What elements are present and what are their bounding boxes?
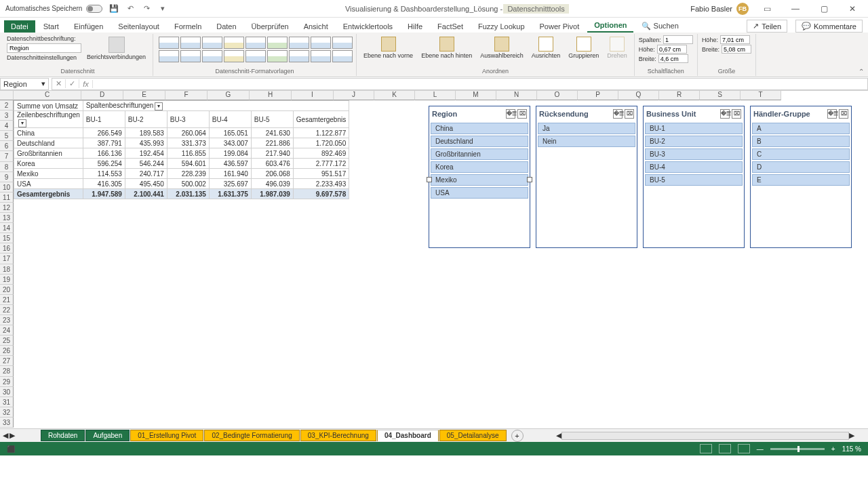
row-header[interactable]: 24 [0, 325, 14, 336]
cell[interactable]: 166.136 [83, 148, 125, 159]
user-account[interactable]: Fabio Basler FB [690, 3, 749, 15]
slicer-item[interactable]: A [752, 123, 850, 134]
cell[interactable]: 266.549 [83, 128, 125, 138]
formula-bar[interactable]: ✕ ✓ fx [52, 78, 868, 90]
multiselect-icon[interactable]: �☰ [613, 109, 623, 119]
row-header[interactable]: 27 [0, 356, 14, 366]
cell[interactable]: 495.450 [125, 179, 167, 189]
row-header[interactable]: 16 [0, 243, 14, 253]
tab-powerpivot[interactable]: Power Pivot [533, 20, 587, 33]
cell[interactable]: 331.373 [167, 138, 209, 148]
clear-filter-icon[interactable]: ⌧ [625, 109, 634, 119]
rows-filter-icon[interactable]: ▾ [18, 119, 26, 127]
slicer[interactable]: Rücksendung�☰⌧JaNein [536, 106, 637, 248]
clear-filter-icon[interactable]: ⌧ [517, 109, 527, 119]
worksheet-grid[interactable]: CDEFGHIJKLMNOPQRST 234567891011121314151… [0, 91, 868, 428]
style-swatch[interactable] [180, 50, 201, 62]
cell[interactable]: 500.002 [167, 179, 209, 189]
row-header[interactable]: 23 [0, 315, 14, 325]
cell[interactable]: 221.886 [251, 138, 293, 148]
new-sheet-button[interactable]: + [511, 430, 524, 442]
tab-fuzzy[interactable]: Fuzzy Lookup [471, 20, 531, 33]
cell[interactable]: 2.233.493 [293, 179, 349, 189]
slicer-item[interactable]: Großbritannien [431, 148, 528, 160]
row-header[interactable]: 26 [0, 346, 14, 356]
row-header[interactable]: 10 [0, 182, 14, 192]
tab-start[interactable]: Start [37, 20, 66, 33]
report-connections-button[interactable]: Berichtsverbindungen [84, 35, 149, 62]
row-header[interactable]: 8 [0, 162, 14, 172]
multiselect-icon[interactable]: �☰ [827, 109, 837, 119]
tab-next-icon[interactable]: ▶ [9, 431, 15, 440]
minimize-icon[interactable]: ― [785, 2, 806, 16]
row-header[interactable]: 3 [0, 110, 14, 121]
col-header[interactable]: L [415, 91, 456, 100]
sheet-tab[interactable]: 01_Erstellung Pivot [130, 430, 203, 441]
style-swatch[interactable] [289, 37, 309, 49]
col-header[interactable]: P [578, 91, 618, 100]
cell[interactable]: 892.469 [293, 148, 349, 159]
sheet-tab[interactable]: 05_Detailanalyse [439, 430, 507, 441]
table-row[interactable]: Großbritannien166.136192.454116.855199.0… [14, 148, 349, 159]
tab-factset[interactable]: FactSet [431, 20, 470, 33]
ds-caption-input[interactable] [7, 43, 81, 53]
table-row[interactable]: USA416.305495.450500.002325.697496.0392.… [14, 179, 349, 189]
slicer-item[interactable]: Korea [431, 161, 528, 173]
row-header[interactable]: 29 [0, 377, 14, 387]
scroll-right-icon[interactable]: ▶ [849, 431, 854, 440]
cell[interactable]: 596.254 [83, 159, 125, 169]
row-header[interactable]: 15 [0, 233, 14, 243]
maximize-icon[interactable]: ▢ [814, 2, 834, 16]
align-button[interactable]: Ausrichten [529, 35, 564, 61]
style-swatch[interactable] [311, 37, 331, 49]
style-swatch[interactable] [245, 37, 266, 49]
row-header[interactable]: 22 [0, 305, 14, 315]
cell[interactable]: 603.476 [251, 159, 293, 169]
col-header[interactable]: K [374, 91, 415, 100]
style-swatch[interactable] [267, 37, 288, 49]
sheet-tab[interactable]: 04_Dashboard [377, 430, 439, 441]
row-header[interactable]: 20 [0, 285, 14, 295]
record-macro-icon[interactable]: ⬛ [7, 445, 15, 453]
scroll-left-icon[interactable]: ◀ [556, 431, 561, 440]
col-header[interactable]: R [659, 91, 700, 100]
col-header[interactable]: J [334, 91, 374, 100]
qat-more-icon[interactable]: ▾ [158, 4, 167, 14]
col-header[interactable]: O [537, 91, 578, 100]
page-layout-view-icon[interactable] [719, 444, 731, 453]
slicer-item[interactable]: BU-3 [645, 148, 743, 160]
row-header[interactable]: 18 [0, 264, 14, 274]
style-swatch[interactable] [202, 37, 222, 49]
row-header[interactable]: 6 [0, 141, 14, 151]
context-tool-tab[interactable]: Datenschnitttools [503, 4, 568, 14]
cell[interactable]: 343.007 [209, 138, 251, 148]
col-header[interactable]: M [456, 91, 496, 100]
col-header[interactable]: D [81, 91, 123, 100]
tab-formulas[interactable]: Formeln [167, 20, 208, 33]
slicer[interactable]: Händler-Gruppe�☰⌧ABCDE [750, 106, 852, 248]
normal-view-icon[interactable] [700, 444, 712, 453]
col-header[interactable]: E [123, 91, 165, 100]
cell[interactable]: 546.244 [125, 159, 167, 169]
group-button[interactable]: Gruppieren [566, 35, 601, 61]
save-icon[interactable]: 💾 [109, 4, 119, 14]
cols-input[interactable] [663, 35, 693, 44]
btn-w-input[interactable] [658, 54, 688, 63]
slicer-item[interactable]: BU-4 [645, 161, 743, 173]
slicer-item[interactable]: China [431, 123, 528, 134]
style-swatch[interactable] [224, 37, 244, 49]
fx-icon[interactable]: fx [79, 80, 93, 88]
table-row[interactable]: China266.549189.583260.064165.051241.630… [14, 128, 349, 138]
style-swatch[interactable] [224, 50, 244, 62]
slicer-item[interactable]: Deutschland [431, 136, 528, 147]
cell[interactable]: 217.940 [251, 148, 293, 159]
slicer-item[interactable]: Ja [538, 123, 635, 134]
multiselect-icon[interactable]: �☰ [506, 109, 515, 119]
row-header[interactable]: 12 [0, 203, 14, 213]
slicer[interactable]: Region�☰⌧ChinaDeutschlandGroßbritannienK… [429, 106, 530, 248]
style-swatch[interactable] [159, 37, 179, 49]
cell[interactable]: 206.068 [251, 169, 293, 179]
undo-icon[interactable]: ↶ [125, 4, 135, 14]
multiselect-icon[interactable]: �☰ [720, 109, 730, 119]
col-header[interactable]: Q [618, 91, 659, 100]
